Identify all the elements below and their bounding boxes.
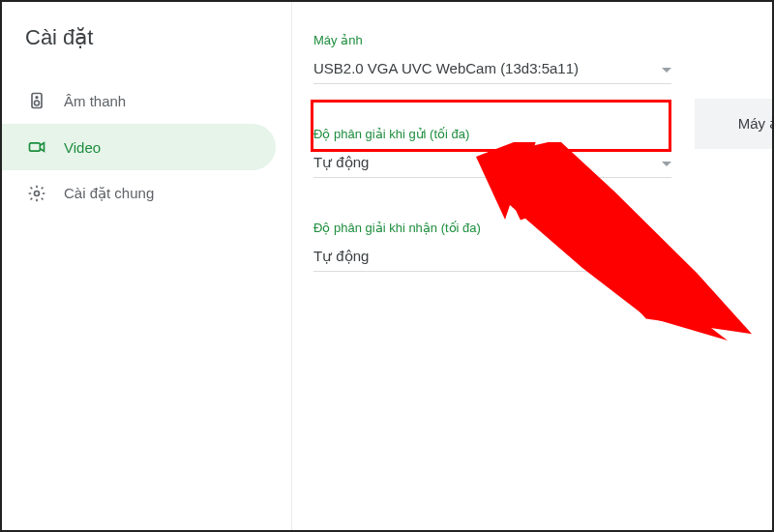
send-resolution-value: Tự động <box>313 154 369 171</box>
chevron-down-icon <box>662 154 671 171</box>
gear-icon <box>25 182 48 205</box>
sidebar-item-label: Âm thanh <box>64 93 126 109</box>
sidebar: Cài đặt Âm thanh Video <box>2 2 292 530</box>
sidebar-title: Cài đặt <box>2 25 291 77</box>
receive-resolution-label: Độ phân giải khi nhận (tối đa) <box>313 221 671 235</box>
receive-resolution-value: Tự động <box>313 248 369 265</box>
sidebar-item-video[interactable]: Video <box>2 124 276 170</box>
sidebar-item-general[interactable]: Cài đặt chung <box>2 170 276 217</box>
chevron-down-icon <box>662 60 671 77</box>
camera-preview-panel: Máy ảnh đ <box>695 99 774 149</box>
send-resolution-dropdown[interactable]: Tự động <box>313 147 671 178</box>
main-content: Máy ảnh USB2.0 VGA UVC WebCam (13d3:5a11… <box>292 2 772 530</box>
send-resolution-setting: Độ phân giải khi gửi (tối đa) Tự động <box>313 127 671 178</box>
camera-setting: Máy ảnh USB2.0 VGA UVC WebCam (13d3:5a11… <box>313 33 671 84</box>
camera-dropdown[interactable]: USB2.0 VGA UVC WebCam (13d3:5a11) <box>313 53 671 84</box>
receive-resolution-setting: Độ phân giải khi nhận (tối đa) Tự động <box>313 221 671 272</box>
video-icon <box>25 135 48 159</box>
camera-label: Máy ảnh <box>313 33 671 47</box>
svg-point-1 <box>35 101 40 105</box>
speaker-icon <box>25 89 48 112</box>
svg-point-2 <box>36 97 38 99</box>
camera-value: USB2.0 VGA UVC WebCam (13d3:5a11) <box>313 60 579 76</box>
svg-point-4 <box>35 192 40 196</box>
chevron-down-icon <box>662 248 671 265</box>
send-resolution-label: Độ phân giải khi gửi (tối đa) <box>313 127 671 141</box>
svg-rect-3 <box>30 143 41 151</box>
receive-resolution-dropdown[interactable]: Tự động <box>313 241 671 272</box>
sidebar-item-label: Video <box>64 139 101 156</box>
sidebar-item-label: Cài đặt chung <box>64 185 154 202</box>
sidebar-item-audio[interactable]: Âm thanh <box>2 77 276 124</box>
preview-label: Máy ảnh đ <box>738 115 774 133</box>
